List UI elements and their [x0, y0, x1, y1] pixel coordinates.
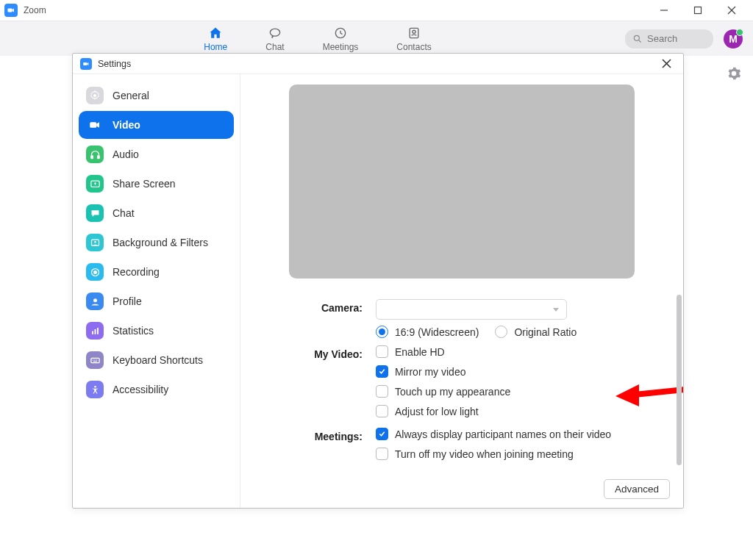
window-maximize-button[interactable] — [681, 0, 715, 21]
camera-label: Camera: — [292, 299, 363, 314]
touch-up-appearance-checkbox[interactable]: Touch up my appearance — [376, 385, 661, 398]
nav-home[interactable]: Home — [204, 26, 227, 52]
svg-point-14 — [93, 94, 96, 97]
stats-icon — [86, 322, 104, 340]
sidebar-item-statistics[interactable]: Statistics — [79, 317, 234, 345]
sidebar-item-accessibility[interactable]: Accessibility — [79, 376, 234, 403]
sidebar-item-label: Chat — [113, 207, 135, 219]
svg-rect-27 — [90, 358, 99, 362]
radio-label: Original Ratio — [514, 326, 577, 338]
search-placeholder: Search — [647, 33, 677, 44]
background-icon — [86, 234, 104, 251]
settings-gear-button[interactable] — [727, 66, 741, 84]
zoom-app-icon — [80, 58, 92, 70]
svg-point-28 — [92, 359, 93, 360]
zoom-app-icon — [4, 4, 18, 17]
nav-label: Meetings — [323, 42, 359, 52]
scrollbar-thumb[interactable] — [677, 295, 682, 465]
svg-point-9 — [634, 35, 639, 40]
checkbox-label: Always display participant names on thei… — [395, 428, 611, 440]
profile-icon — [86, 292, 104, 310]
meetings-label: Meetings: — [292, 428, 363, 442]
svg-point-32 — [94, 385, 96, 387]
svg-point-29 — [94, 359, 95, 360]
turn-off-video-joining-checkbox[interactable]: Turn off my video when joining meeting — [376, 448, 661, 460]
camera-select[interactable] — [376, 299, 567, 320]
sidebar-item-label: Profile — [113, 295, 142, 307]
avatar[interactable]: M — [724, 29, 743, 49]
svg-point-5 — [270, 29, 279, 36]
chat-icon — [268, 26, 282, 40]
svg-rect-11 — [83, 62, 87, 65]
svg-point-22 — [93, 270, 97, 274]
svg-rect-24 — [92, 331, 93, 334]
window-minimize-button[interactable] — [647, 0, 681, 21]
sidebar-item-keyboard-shortcuts[interactable]: Keyboard Shortcuts — [79, 346, 234, 374]
sidebar-item-audio[interactable]: Audio — [79, 140, 234, 168]
record-icon — [86, 263, 104, 281]
search-input[interactable]: Search — [625, 29, 713, 49]
svg-point-8 — [413, 30, 415, 33]
checkbox-icon — [376, 345, 388, 358]
svg-point-23 — [93, 298, 97, 302]
share-screen-icon — [86, 175, 104, 193]
sidebar-item-label: Accessibility — [113, 384, 168, 395]
sidebar-item-label: Video — [113, 119, 140, 131]
nav-label: Home — [204, 42, 227, 52]
svg-rect-16 — [90, 155, 93, 158]
search-icon — [632, 34, 643, 44]
svg-rect-26 — [97, 328, 99, 334]
checkbox-label: Adjust for low light — [395, 406, 479, 417]
video-icon — [86, 116, 104, 134]
contacts-icon — [407, 26, 421, 40]
display-participant-names-checkbox[interactable]: Always display participant names on thei… — [376, 428, 661, 440]
window-close-button[interactable] — [715, 0, 749, 21]
nav-chat[interactable]: Chat — [265, 26, 284, 52]
headphones-icon — [86, 146, 104, 163]
sidebar-item-share-screen[interactable]: Share Screen — [79, 170, 234, 198]
svg-rect-0 — [8, 9, 13, 12]
enable-hd-checkbox[interactable]: Enable HD — [376, 345, 661, 358]
settings-main-panel: Camera: 16:9 (Widescreen) Original Ratio — [240, 74, 683, 508]
video-preview — [289, 85, 635, 279]
checkbox-icon — [376, 428, 388, 440]
sidebar-item-video[interactable]: Video — [79, 111, 234, 139]
sidebar-item-label: Background & Filters — [113, 237, 208, 248]
chat-icon — [86, 204, 104, 222]
svg-rect-31 — [93, 361, 97, 362]
checkbox-label: Mirror my video — [395, 366, 465, 378]
mirror-my-video-checkbox[interactable]: Mirror my video — [376, 365, 661, 378]
svg-rect-2 — [695, 7, 702, 14]
svg-rect-17 — [97, 155, 99, 158]
checkbox-label: Turn off my video when joining meeting — [395, 448, 574, 460]
sidebar-item-label: Recording — [113, 266, 160, 278]
sidebar-item-label: Share Screen — [113, 178, 176, 190]
svg-point-20 — [94, 241, 96, 243]
sidebar-item-profile[interactable]: Profile — [79, 287, 234, 315]
settings-dialog: Settings General Video Audio Share Scree… — [72, 53, 684, 509]
radio-icon — [376, 326, 388, 338]
accessibility-icon — [86, 381, 104, 398]
aspect-original-radio[interactable]: Original Ratio — [495, 326, 577, 338]
settings-dialog-header: Settings — [73, 54, 683, 74]
svg-rect-25 — [94, 329, 96, 334]
sidebar-item-background-filters[interactable]: Background & Filters — [79, 229, 234, 256]
settings-close-button[interactable] — [657, 54, 676, 73]
keyboard-icon — [86, 351, 104, 369]
nav-label: Contacts — [396, 42, 431, 52]
aspect-widescreen-radio[interactable]: 16:9 (Widescreen) — [376, 326, 479, 338]
nav-meetings[interactable]: Meetings — [323, 26, 359, 52]
sidebar-item-recording[interactable]: Recording — [79, 258, 234, 286]
home-icon — [208, 26, 223, 40]
svg-point-30 — [96, 359, 96, 360]
sidebar-item-label: Audio — [113, 148, 139, 160]
nav-contacts[interactable]: Contacts — [396, 26, 431, 52]
sidebar-item-general[interactable]: General — [79, 82, 234, 110]
settings-dialog-title: Settings — [98, 59, 131, 69]
settings-sidebar: General Video Audio Share Screen Chat Ba… — [73, 74, 240, 508]
advanced-button[interactable]: Advanced — [604, 479, 670, 499]
adjust-low-light-checkbox[interactable]: Adjust for low light — [376, 405, 661, 417]
sidebar-item-chat[interactable]: Chat — [79, 199, 234, 227]
top-nav: Home Chat Meetings Contacts Search M — [0, 21, 753, 56]
checkbox-icon — [376, 385, 388, 398]
